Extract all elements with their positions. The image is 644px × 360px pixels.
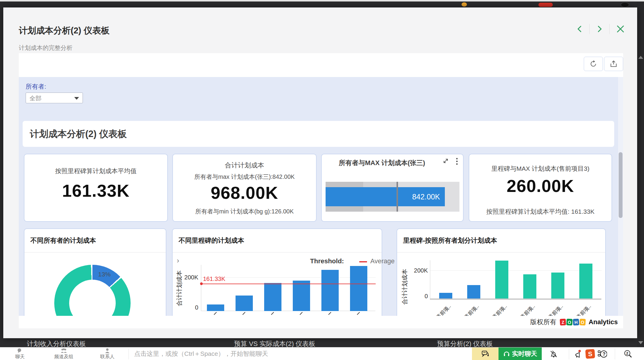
bar[interactable] <box>495 261 508 299</box>
chart-header: 不同所有者的计划成本 <box>24 229 166 253</box>
bar[interactable] <box>321 270 339 311</box>
kpi-value: 260.00K <box>469 176 612 196</box>
refresh-button[interactable] <box>584 57 603 71</box>
kpi-title: 按照里程碑算计划成本平均值 <box>24 167 167 175</box>
owner-filter-value: 全部 <box>30 94 41 102</box>
page-scrollbar[interactable] <box>637 1 644 360</box>
scroll-down-icon[interactable] <box>638 341 643 344</box>
x-axis-label: 售前项.. <box>455 303 480 316</box>
expand-icon[interactable] <box>442 157 449 166</box>
threshold-dot <box>200 282 203 285</box>
bar[interactable] <box>293 281 310 311</box>
close-icon[interactable] <box>616 24 625 34</box>
expand-chevron-icon[interactable]: › <box>177 256 179 265</box>
threshold-line <box>201 284 376 284</box>
kebab-menu-icon[interactable] <box>456 157 458 165</box>
tab-label: 频道及组 <box>54 354 73 360</box>
chart-header: 里程碑-按照所有者划分计划成本 <box>397 229 605 253</box>
announcement-icon[interactable] <box>575 350 585 360</box>
tab-chat[interactable]: 聊天 <box>0 348 41 360</box>
modal-title: 计划成本分析(2) 仪表板 <box>19 25 110 37</box>
live-chat-button[interactable]: 实时聊天 <box>499 347 542 360</box>
bar[interactable] <box>551 273 564 299</box>
next-icon[interactable] <box>596 25 603 33</box>
chart-header: 不同里程碑的计划成本 <box>173 229 382 253</box>
page-top-strip <box>0 0 644 1</box>
bullet-target-marker <box>397 182 398 212</box>
export-icon <box>610 60 617 68</box>
live-chat-label: 实时聊天 <box>512 350 537 358</box>
zoom-search-icon[interactable]: 2 <box>623 350 633 360</box>
bullet-value-label: 842.00K <box>412 193 445 201</box>
salesiq-icon[interactable]: S <box>585 349 595 359</box>
bar-plot[interactable] <box>430 260 602 299</box>
notifications-off-icon[interactable] <box>549 350 558 359</box>
divider <box>615 349 615 359</box>
bar-plot[interactable]: 161.33K <box>201 265 376 311</box>
behind-dashboard-item[interactable]: 预算分析(2) 仪表板 <box>437 339 493 347</box>
owner-filter-dropdown[interactable]: 全部 <box>26 93 83 103</box>
bar[interactable] <box>236 296 253 311</box>
y-axis-label: 合计计划成本 <box>175 267 183 309</box>
avatar <box>462 2 467 7</box>
tab-contacts[interactable]: 联系人 <box>86 348 128 360</box>
x-tick-stub <box>300 312 303 315</box>
zoho-logo-tile: O <box>566 319 573 325</box>
dashboard-modal: 计划成本分析(2) 仪表板 计划成本的完整分析 <box>3 7 637 338</box>
chat-bar: 聊天 频道及组 联系人 点击这里，或按（Ctrl＋Space），开始智能聊天 <box>0 347 644 360</box>
kpi-note: 按照里程碑算计划成本平均值: 161.33K <box>469 207 612 216</box>
dashboard-area: 所有者: 全部 计划成本分析(2) 仪表板 按照里程碑算计划成本平均值 161.… <box>19 77 618 316</box>
bar[interactable] <box>264 283 281 311</box>
scrollbar-thumb[interactable] <box>619 152 623 218</box>
content-scrollbar[interactable] <box>618 77 623 316</box>
divider <box>589 24 590 34</box>
bar[interactable] <box>523 274 536 299</box>
chat-bubble-icon <box>17 348 23 353</box>
gridline-200k <box>430 270 602 271</box>
kpi-min-note: 所有者与min 计划成本(bg g):126.00K <box>173 207 316 216</box>
screen: 计划成本分析(2) 仪表板 计划成本的完整分析 <box>0 0 644 360</box>
bar[interactable] <box>467 285 480 299</box>
behind-dashboard-item[interactable]: 计划收入分析仪表板 <box>27 339 86 347</box>
tab-channels[interactable]: 频道及组 <box>43 348 85 360</box>
zoho-logo: ZOHO <box>560 319 586 325</box>
x-tick-stub <box>271 312 274 315</box>
y-tick-0: 0 <box>408 293 428 300</box>
bar[interactable] <box>207 304 224 311</box>
zoho-logo-tile: Z <box>560 319 566 325</box>
bar[interactable] <box>579 264 592 299</box>
chart-title: 不同里程碑的计划成本 <box>179 229 244 252</box>
avatar <box>621 2 629 7</box>
bullet-value-bar[interactable]: 842.00K <box>326 187 445 206</box>
bullet-chart[interactable]: 842.00K <box>326 182 459 212</box>
chat-input[interactable]: 点击这里，或按（Ctrl＋Space），开始智能聊天 <box>134 347 462 360</box>
gridline-200k <box>201 277 376 278</box>
kpi-card-total-cost: 合计计划成本 所有者与max 计划成本(张三):842.00K 968.00K … <box>172 154 317 222</box>
tab-label: 联系人 <box>100 354 114 360</box>
prev-icon[interactable] <box>576 25 583 33</box>
x-axis-label: 售前项.. <box>539 303 564 316</box>
kpi-value: 968.00K <box>173 183 316 203</box>
chevron-down-icon <box>74 97 79 100</box>
behind-dashboard-item[interactable]: 预算 VS 实际成本(2) 仪表板 <box>234 339 315 347</box>
threshold-value-label: 161.33K <box>203 276 225 282</box>
bar[interactable] <box>439 293 452 299</box>
help-icon[interactable]: ? <box>597 350 607 360</box>
bar[interactable] <box>350 266 367 311</box>
headset-icon <box>503 350 510 357</box>
kpi-card-avg-milestone: 按照里程碑算计划成本平均值 161.33K <box>24 154 168 222</box>
scroll-up-icon[interactable] <box>638 56 643 59</box>
notification-badge <box>538 3 553 7</box>
y-tick-200k: 200K <box>178 274 198 281</box>
kpi-card-owner-max-bullet: 所有者与MAX 计划成本(张三) 842.00K <box>321 154 464 222</box>
chart-card-owner-donut: 不同所有者的计划成本 13% <box>24 228 166 316</box>
divider <box>569 349 569 359</box>
quick-chat-button[interactable] <box>472 347 499 360</box>
modal-nav <box>576 24 625 34</box>
dashboard-heading-card: 计划成本分析(2) 仪表板 <box>23 121 614 147</box>
export-button[interactable] <box>604 57 623 71</box>
copyright-text: 版权所有 <box>530 318 556 327</box>
kpi-value: 161.33K <box>24 181 167 201</box>
y-tick-200k: 200K <box>408 267 428 274</box>
brand-suffix: Analytics <box>589 318 618 326</box>
